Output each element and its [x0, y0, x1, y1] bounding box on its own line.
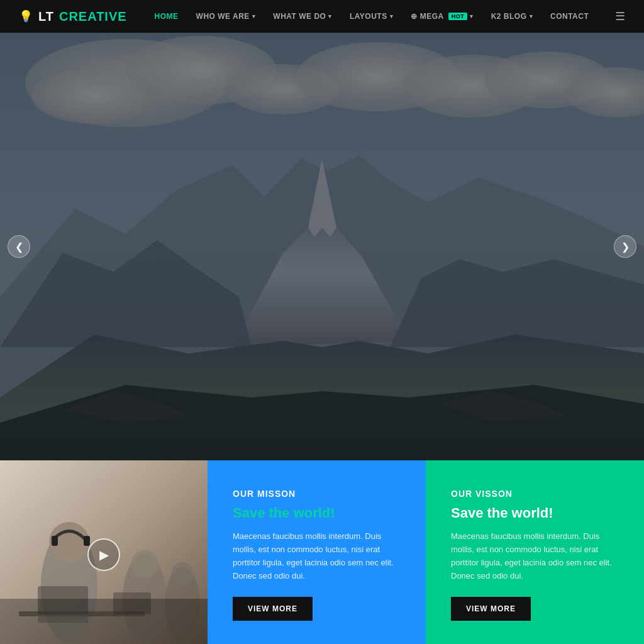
nav-links: HOME WHO WE ARE ▾ WHAT WE DO ▾ LAYOUTS ▾…: [146, 0, 615, 33]
slider-prev-button[interactable]: ❮: [8, 235, 30, 258]
vision-title: Save the world!: [451, 505, 619, 521]
svg-rect-32: [0, 599, 208, 644]
vision-card: OUR VISSON Save the world! Maecenas fauc…: [426, 460, 644, 644]
play-button[interactable]: ▶: [87, 538, 120, 571]
mission-card: OUR MISSON Save the world! Maecenas fauc…: [208, 460, 426, 644]
nav-mega[interactable]: ⊕ MEGA HOT ▾: [402, 0, 482, 33]
hero-section: CREATIVITY IS TO THINK MORE EFFICIENTLYn…: [0, 33, 644, 460]
logo-lt: LT: [38, 9, 54, 24]
mission-title: Save the world!: [233, 505, 401, 521]
svg-point-25: [131, 550, 158, 578]
chevron-down-icon: ▾: [390, 13, 394, 19]
nav-k2-blog[interactable]: K2 BLOG ▾: [482, 0, 541, 33]
chevron-down-icon: ▾: [530, 13, 533, 19]
svg-rect-18: [0, 33, 644, 460]
nav-layouts[interactable]: LAYOUTS ▾: [341, 0, 402, 33]
nav-what-we-do[interactable]: WHAT WE DO ▾: [264, 0, 341, 33]
chevron-down-icon: ▾: [252, 13, 256, 19]
slider-next-button[interactable]: ❯: [614, 235, 636, 258]
chevron-down-icon: ▾: [328, 13, 332, 19]
hot-badge: HOT: [448, 13, 468, 20]
vision-text: Maecenas faucibus mollis interdum. Duis …: [451, 530, 619, 582]
site-logo[interactable]: 💡 LT CREATIVE: [19, 9, 127, 24]
nav-who-we-are[interactable]: WHO WE ARE ▾: [187, 0, 265, 33]
svg-rect-23: [84, 536, 90, 546]
play-icon: ▶: [99, 547, 109, 562]
svg-point-27: [171, 562, 194, 585]
mission-label: OUR MISSON: [233, 489, 401, 499]
office-image: ▶: [0, 460, 208, 644]
mega-icon: ⊕: [411, 12, 418, 21]
logo-icon: 💡: [19, 9, 33, 23]
navbar: 💡 LT CREATIVE HOME WHO WE ARE ▾ WHAT WE …: [0, 0, 644, 33]
mission-view-more-button[interactable]: VIEW MORE: [233, 597, 313, 621]
logo-creative: CREATIVE: [59, 9, 127, 24]
mission-text: Maecenas faucibus mollis interdum. Duis …: [233, 530, 401, 582]
vision-label: OUR VISSON: [451, 489, 619, 499]
nav-contact[interactable]: CONTACT: [541, 0, 597, 33]
bottom-section: ▶ OUR MISSON Save the world! Maecenas fa…: [0, 460, 644, 644]
vision-view-more-button[interactable]: VIEW MORE: [451, 597, 531, 621]
hamburger-menu-button[interactable]: ☰: [615, 9, 625, 23]
mountain-illustration: [0, 33, 644, 460]
nav-home[interactable]: HOME: [146, 0, 187, 33]
svg-rect-22: [52, 536, 58, 546]
chevron-down-icon: ▾: [470, 13, 474, 19]
hero-background: [0, 33, 644, 460]
